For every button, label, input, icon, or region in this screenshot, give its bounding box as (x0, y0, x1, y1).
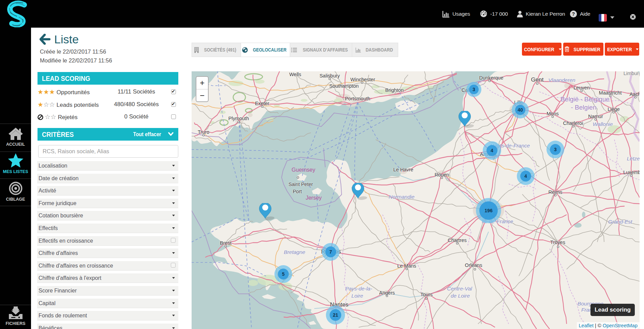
svg-text:?: ? (572, 11, 575, 17)
